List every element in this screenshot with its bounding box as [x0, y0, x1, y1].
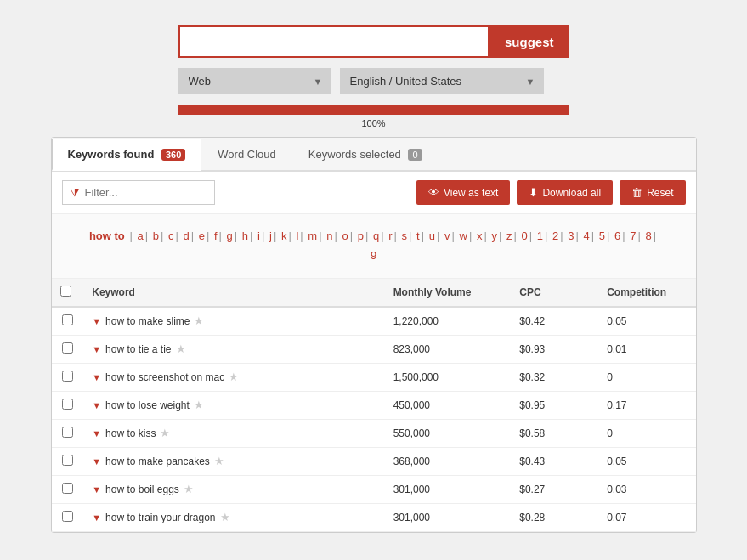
alpha-t[interactable]: t: [416, 229, 420, 242]
expand-icon[interactable]: ▼: [92, 344, 101, 354]
download-all-button[interactable]: ⬇ Download all: [517, 180, 613, 205]
language-dropdown[interactable]: English / United States: [340, 68, 544, 94]
competition-cell: 0.07: [598, 503, 695, 531]
col-header-check: [52, 279, 84, 307]
expand-icon[interactable]: ▼: [92, 400, 101, 410]
alpha-1[interactable]: 1: [537, 229, 543, 242]
table-row: ▼ how to screenshot on mac ★ 1,500,000 $…: [52, 363, 696, 391]
select-all-checkbox[interactable]: [60, 286, 71, 297]
progress-label: 100%: [178, 118, 569, 128]
alpha-q[interactable]: q: [373, 229, 379, 242]
expand-icon[interactable]: ▼: [92, 456, 101, 467]
alpha-n[interactable]: n: [326, 229, 332, 242]
alpha-9[interactable]: 9: [371, 249, 376, 262]
alpha-f[interactable]: f: [214, 229, 218, 242]
alpha-5[interactable]: 5: [599, 229, 605, 242]
expand-icon[interactable]: ▼: [92, 372, 101, 382]
alpha-p[interactable]: p: [358, 229, 364, 242]
download-icon: ⬇: [529, 186, 538, 199]
reset-icon: 🗑: [631, 186, 642, 199]
alpha-m[interactable]: m: [308, 229, 317, 242]
alpha-c[interactable]: c: [168, 229, 174, 242]
cpc-cell: $0.28: [511, 503, 598, 531]
row-checkbox[interactable]: [62, 455, 73, 466]
alpha-g[interactable]: g: [227, 229, 233, 242]
alpha-a[interactable]: a: [137, 229, 143, 242]
volume-cell: 301,000: [385, 475, 512, 503]
alpha-d[interactable]: d: [183, 229, 189, 242]
alpha-u[interactable]: u: [429, 229, 435, 242]
alpha-s[interactable]: s: [402, 229, 408, 242]
alpha-k[interactable]: k: [281, 229, 287, 242]
alpha-bar: how to | a| b| c| d| e| f| g| h| i| j| k…: [52, 214, 696, 279]
competition-cell: 0.17: [598, 391, 695, 419]
expand-icon[interactable]: ▼: [92, 484, 101, 495]
star-icon[interactable]: ★: [184, 483, 194, 495]
star-icon[interactable]: ★: [214, 455, 224, 467]
row-checkbox[interactable]: [62, 511, 73, 522]
row-checkbox[interactable]: [62, 427, 73, 438]
tab-keywords-found-badge: 360: [161, 149, 185, 161]
type-dropdown[interactable]: Web: [178, 68, 331, 94]
expand-icon[interactable]: ▼: [92, 428, 101, 438]
alpha-e[interactable]: e: [199, 229, 205, 242]
alpha-2[interactable]: 2: [552, 229, 558, 242]
alpha-8[interactable]: 8: [645, 229, 651, 242]
star-icon[interactable]: ★: [220, 511, 230, 523]
cpc-cell: $0.95: [511, 391, 598, 419]
expand-icon[interactable]: ▼: [92, 512, 101, 523]
tab-word-cloud-label: Word Cloud: [218, 148, 275, 161]
view-as-text-button[interactable]: 👁 View as text: [416, 180, 510, 205]
alpha-h[interactable]: h: [242, 229, 248, 242]
alpha-6[interactable]: 6: [614, 229, 620, 242]
volume-cell: 1,220,000: [385, 307, 512, 336]
row-checkbox[interactable]: [62, 399, 73, 410]
row-checkbox-cell: [52, 503, 84, 531]
star-icon[interactable]: ★: [194, 399, 204, 411]
alpha-r[interactable]: r: [388, 229, 392, 242]
alpha-7[interactable]: 7: [630, 229, 636, 242]
toolbar: ⧩ 👁 View as text ⬇ Download all 🗑 Reset: [52, 172, 696, 214]
star-icon[interactable]: ★: [194, 314, 204, 327]
suggest-button[interactable]: suggest: [490, 25, 569, 58]
alpha-z[interactable]: z: [506, 229, 512, 242]
alpha-0[interactable]: 0: [521, 229, 527, 242]
competition-cell: 0.01: [598, 335, 695, 363]
col-header-keyword: Keyword: [83, 279, 384, 307]
alpha-v[interactable]: v: [444, 229, 450, 242]
alpha-b[interactable]: b: [153, 229, 159, 242]
reset-button[interactable]: 🗑 Reset: [620, 180, 685, 205]
row-checkbox-cell: [52, 419, 84, 447]
star-icon[interactable]: ★: [229, 371, 239, 383]
download-all-label: Download all: [542, 187, 601, 199]
star-icon[interactable]: ★: [160, 427, 170, 439]
star-icon[interactable]: ★: [176, 342, 186, 355]
row-checkbox-cell: [52, 363, 84, 391]
row-checkbox[interactable]: [62, 342, 73, 354]
tab-keywords-found[interactable]: Keywords found 360: [52, 139, 202, 171]
table-row: ▼ how to tie a tie ★ 823,000 $0.93 0.01: [52, 335, 696, 363]
expand-icon[interactable]: ▼: [92, 316, 101, 326]
row-checkbox[interactable]: [62, 371, 73, 382]
alpha-3[interactable]: 3: [568, 229, 574, 242]
alpha-y[interactable]: y: [491, 229, 497, 242]
alpha-j[interactable]: j: [269, 229, 272, 242]
filter-input[interactable]: [85, 186, 204, 199]
alpha-w[interactable]: w: [459, 229, 467, 242]
alpha-o[interactable]: o: [342, 229, 348, 242]
alpha-i[interactable]: i: [257, 229, 260, 242]
tab-keywords-selected-label: Keywords selected: [308, 148, 401, 161]
row-checkbox[interactable]: [62, 483, 73, 494]
alpha-l[interactable]: l: [296, 229, 298, 242]
tab-keywords-selected[interactable]: Keywords selected 0: [292, 139, 439, 171]
keyword-cell: ▼ how to make pancakes ★: [83, 447, 384, 475]
col-header-competition: Competition: [598, 279, 695, 307]
competition-cell: 0: [598, 363, 695, 391]
search-input[interactable]: how to: [178, 25, 490, 58]
keyword-cell: ▼ how to screenshot on mac ★: [83, 363, 384, 391]
alpha-4[interactable]: 4: [583, 229, 589, 242]
row-checkbox[interactable]: [62, 314, 73, 325]
alpha-x[interactable]: x: [477, 229, 483, 242]
tab-word-cloud[interactable]: Word Cloud: [201, 139, 291, 171]
competition-cell: 0.03: [598, 475, 695, 503]
